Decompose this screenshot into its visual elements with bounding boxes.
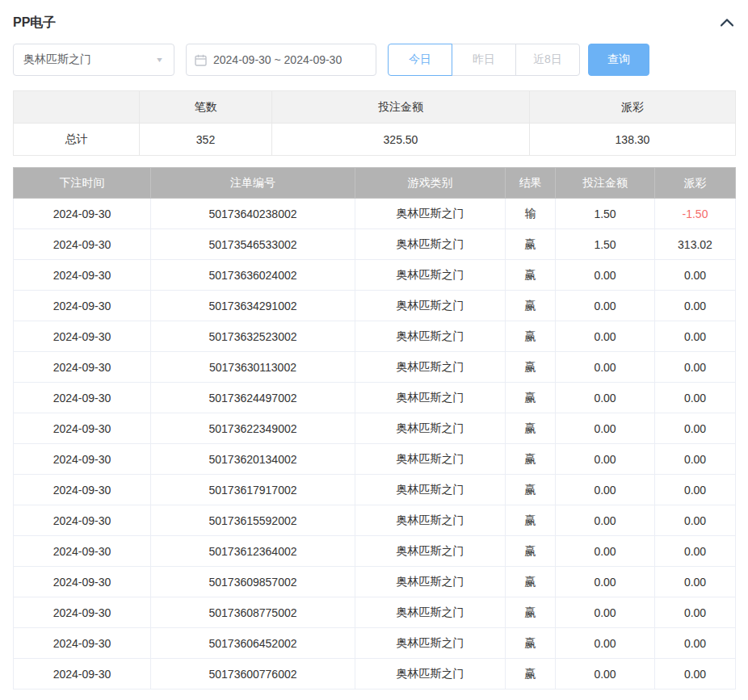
panel-header: PP电子 — [13, 10, 735, 36]
payout-cell: 0.00 — [655, 536, 736, 567]
bet-time-cell: 2024-09-30 — [14, 383, 151, 413]
payout-cell: 313.02 — [655, 229, 736, 260]
table-row: 2024-09-3050173624497002奥林匹斯之门赢0.000.00 — [14, 383, 736, 413]
bet-time-cell: 2024-09-30 — [14, 597, 151, 628]
table-row: 2024-09-3050173620134002奥林匹斯之门赢0.000.00 — [14, 444, 736, 475]
bet-time-cell: 2024-09-30 — [14, 444, 151, 475]
bet-amount-cell: 0.00 — [556, 505, 655, 536]
payout-cell: 0.00 — [655, 505, 736, 536]
result-cell: 赢 — [506, 229, 556, 260]
table-row: 2024-09-3050173612364002奥林匹斯之门赢0.000.00 — [14, 536, 736, 567]
table-row: 2024-09-3050173606452002奥林匹斯之门赢0.000.00 — [14, 628, 736, 659]
bet-amount-cell: 0.00 — [556, 536, 655, 567]
summary-total-count: 352 — [140, 124, 272, 156]
table-row: 2024-09-3050173546533002奥林匹斯之门赢1.50313.0… — [14, 229, 736, 260]
result-cell: 赢 — [506, 321, 556, 352]
result-cell: 赢 — [506, 567, 556, 597]
order-id-cell: 50173546533002 — [151, 229, 355, 260]
game-category-cell: 奥林匹斯之门 — [355, 321, 506, 352]
result-cell: 赢 — [506, 260, 556, 291]
result-cell: 赢 — [506, 536, 556, 567]
bet-amount-cell: 0.00 — [556, 659, 655, 690]
bet-time-cell: 2024-09-30 — [14, 659, 151, 690]
summary-total-row: 总计 352 325.50 138.30 — [14, 124, 736, 156]
bet-time-cell: 2024-09-30 — [14, 505, 151, 536]
bet-time-cell: 2024-09-30 — [14, 291, 151, 321]
table-row: 2024-09-3050173600776002奥林匹斯之门赢0.000.00 — [14, 659, 736, 690]
game-category-cell: 奥林匹斯之门 — [355, 597, 506, 628]
game-category-cell: 奥林匹斯之门 — [355, 536, 506, 567]
quick-btn-today[interactable]: 今日 — [388, 44, 452, 76]
bet-amount-cell: 0.00 — [556, 383, 655, 413]
order-id-cell: 50173612364002 — [151, 536, 355, 567]
game-category-cell: 奥林匹斯之门 — [355, 199, 506, 229]
summary-header-blank — [14, 91, 140, 124]
payout-cell: 0.00 — [655, 628, 736, 659]
date-range-value: 2024-09-30 ~ 2024-09-30 — [213, 53, 342, 66]
quick-btn-last-8-days[interactable]: 近8日 — [515, 44, 580, 76]
bet-time-cell: 2024-09-30 — [14, 260, 151, 291]
bet-time-cell: 2024-09-30 — [14, 321, 151, 352]
table-row: 2024-09-3050173622349002奥林匹斯之门赢0.000.00 — [14, 413, 736, 444]
bet-amount-cell: 1.50 — [556, 229, 655, 260]
bet-amount-cell: 1.50 — [556, 199, 655, 229]
table-row: 2024-09-3050173609857002奥林匹斯之门赢0.000.00 — [14, 567, 736, 597]
order-id-cell: 50173615592002 — [151, 505, 355, 536]
payout-cell: 0.00 — [655, 260, 736, 291]
bet-time-cell: 2024-09-30 — [14, 536, 151, 567]
payout-cell: 0.00 — [655, 352, 736, 383]
payout-cell: 0.00 — [655, 597, 736, 628]
game-category-cell: 奥林匹斯之门 — [355, 444, 506, 475]
game-category-cell: 奥林匹斯之门 — [355, 383, 506, 413]
bet-amount-cell: 0.00 — [556, 321, 655, 352]
bet-time-cell: 2024-09-30 — [14, 199, 151, 229]
payout-cell: 0.00 — [655, 383, 736, 413]
bet-amount-cell: 0.00 — [556, 628, 655, 659]
bet-time-cell: 2024-09-30 — [14, 628, 151, 659]
payout-cell: 0.00 — [655, 444, 736, 475]
result-cell: 赢 — [506, 291, 556, 321]
result-cell: 赢 — [506, 413, 556, 444]
bet-amount-cell: 0.00 — [556, 567, 655, 597]
game-category-cell: 奥林匹斯之门 — [355, 413, 506, 444]
date-range-picker[interactable]: 2024-09-30 ~ 2024-09-30 — [186, 44, 376, 76]
col-header-bet-time: 下注时间 — [14, 168, 151, 199]
bet-amount-cell: 0.00 — [556, 597, 655, 628]
bet-amount-cell: 0.00 — [556, 352, 655, 383]
result-cell: 赢 — [506, 352, 556, 383]
summary-total-payout: 138.30 — [530, 124, 736, 156]
result-cell: 赢 — [506, 659, 556, 690]
order-id-cell: 50173608775002 — [151, 597, 355, 628]
game-category-cell: 奥林匹斯之门 — [355, 475, 506, 505]
col-header-payout: 派彩 — [655, 168, 736, 199]
filter-bar: 奥林匹斯之门 ▼ 2024-09-30 ~ 2024-09-30 今日 昨日 近… — [13, 44, 735, 76]
quick-date-group: 今日 昨日 近8日 — [388, 44, 580, 76]
quick-btn-yesterday[interactable]: 昨日 — [452, 44, 516, 76]
game-category-cell: 奥林匹斯之门 — [355, 659, 506, 690]
payout-cell: 0.00 — [655, 567, 736, 597]
game-select[interactable]: 奥林匹斯之门 ▼ — [13, 44, 174, 76]
summary-table: 笔数 投注金额 派彩 总计 352 325.50 138.30 — [13, 90, 736, 156]
bet-time-cell: 2024-09-30 — [14, 229, 151, 260]
bet-amount-cell: 0.00 — [556, 291, 655, 321]
chevron-up-icon — [721, 19, 733, 27]
table-row: 2024-09-3050173640238002奥林匹斯之门输1.50-1.50 — [14, 199, 736, 229]
result-cell: 赢 — [506, 628, 556, 659]
summary-header-row: 笔数 投注金额 派彩 — [14, 91, 736, 124]
order-id-cell: 50173624497002 — [151, 383, 355, 413]
order-id-cell: 50173620134002 — [151, 444, 355, 475]
payout-cell: -1.50 — [655, 199, 736, 229]
game-category-cell: 奥林匹斯之门 — [355, 567, 506, 597]
collapse-button[interactable] — [719, 17, 735, 28]
payout-cell: 0.00 — [655, 659, 736, 690]
payout-cell: 0.00 — [655, 475, 736, 505]
query-button[interactable]: 查询 — [588, 44, 649, 76]
payout-cell: 0.00 — [655, 413, 736, 444]
bet-time-cell: 2024-09-30 — [14, 475, 151, 505]
bet-table-header-row: 下注时间 注单编号 游戏类别 结果 投注金额 派彩 — [14, 168, 736, 199]
summary-total-bet-amount: 325.50 — [272, 124, 530, 156]
result-cell: 赢 — [506, 597, 556, 628]
bet-time-cell: 2024-09-30 — [14, 352, 151, 383]
summary-header-bet-amount: 投注金额 — [272, 91, 530, 124]
bet-time-cell: 2024-09-30 — [14, 413, 151, 444]
